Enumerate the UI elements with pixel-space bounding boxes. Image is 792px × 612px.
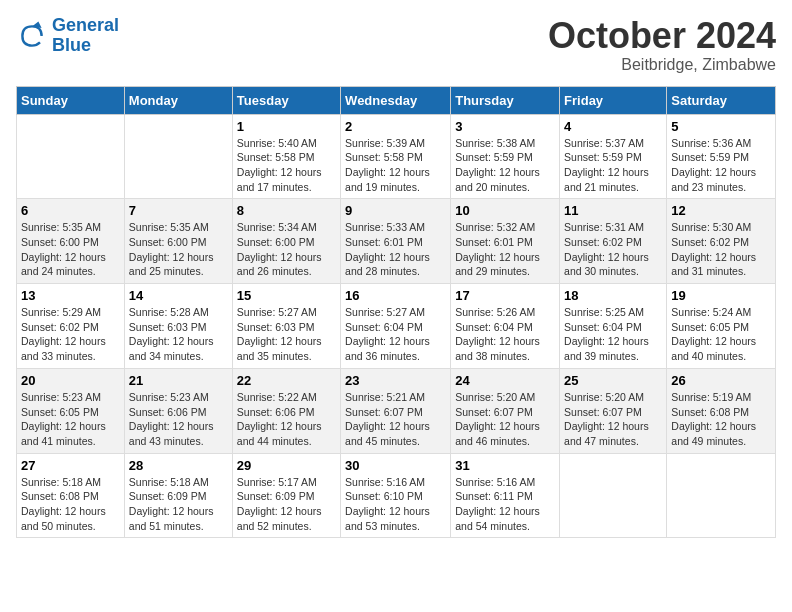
- day-number: 22: [237, 373, 336, 388]
- calendar-week-row: 27Sunrise: 5:18 AMSunset: 6:08 PMDayligh…: [17, 453, 776, 538]
- table-row: 31Sunrise: 5:16 AMSunset: 6:11 PMDayligh…: [451, 453, 560, 538]
- day-number: 16: [345, 288, 446, 303]
- table-row: 3Sunrise: 5:38 AMSunset: 5:59 PMDaylight…: [451, 114, 560, 199]
- col-tuesday: Tuesday: [232, 86, 340, 114]
- day-info: Sunrise: 5:23 AMSunset: 6:06 PMDaylight:…: [129, 390, 228, 449]
- day-info: Sunrise: 5:35 AMSunset: 6:00 PMDaylight:…: [129, 220, 228, 279]
- day-number: 24: [455, 373, 555, 388]
- day-number: 15: [237, 288, 336, 303]
- day-info: Sunrise: 5:26 AMSunset: 6:04 PMDaylight:…: [455, 305, 555, 364]
- table-row: 15Sunrise: 5:27 AMSunset: 6:03 PMDayligh…: [232, 284, 340, 369]
- day-info: Sunrise: 5:20 AMSunset: 6:07 PMDaylight:…: [455, 390, 555, 449]
- calendar-week-row: 6Sunrise: 5:35 AMSunset: 6:00 PMDaylight…: [17, 199, 776, 284]
- table-row: [124, 114, 232, 199]
- day-number: 12: [671, 203, 771, 218]
- table-row: [17, 114, 125, 199]
- table-row: 16Sunrise: 5:27 AMSunset: 6:04 PMDayligh…: [341, 284, 451, 369]
- day-number: 9: [345, 203, 446, 218]
- logo-icon: [16, 20, 48, 52]
- page-header: General Blue October 2024 Beitbridge, Zi…: [16, 16, 776, 74]
- col-sunday: Sunday: [17, 86, 125, 114]
- calendar-week-row: 20Sunrise: 5:23 AMSunset: 6:05 PMDayligh…: [17, 368, 776, 453]
- day-info: Sunrise: 5:27 AMSunset: 6:04 PMDaylight:…: [345, 305, 446, 364]
- day-info: Sunrise: 5:21 AMSunset: 6:07 PMDaylight:…: [345, 390, 446, 449]
- table-row: 28Sunrise: 5:18 AMSunset: 6:09 PMDayligh…: [124, 453, 232, 538]
- day-number: 2: [345, 119, 446, 134]
- day-number: 28: [129, 458, 228, 473]
- table-row: 17Sunrise: 5:26 AMSunset: 6:04 PMDayligh…: [451, 284, 560, 369]
- table-row: 10Sunrise: 5:32 AMSunset: 6:01 PMDayligh…: [451, 199, 560, 284]
- calendar-week-row: 13Sunrise: 5:29 AMSunset: 6:02 PMDayligh…: [17, 284, 776, 369]
- day-info: Sunrise: 5:25 AMSunset: 6:04 PMDaylight:…: [564, 305, 662, 364]
- table-row: 22Sunrise: 5:22 AMSunset: 6:06 PMDayligh…: [232, 368, 340, 453]
- table-row: 5Sunrise: 5:36 AMSunset: 5:59 PMDaylight…: [667, 114, 776, 199]
- table-row: 11Sunrise: 5:31 AMSunset: 6:02 PMDayligh…: [560, 199, 667, 284]
- table-row: 4Sunrise: 5:37 AMSunset: 5:59 PMDaylight…: [560, 114, 667, 199]
- table-row: 21Sunrise: 5:23 AMSunset: 6:06 PMDayligh…: [124, 368, 232, 453]
- day-info: Sunrise: 5:39 AMSunset: 5:58 PMDaylight:…: [345, 136, 446, 195]
- day-info: Sunrise: 5:22 AMSunset: 6:06 PMDaylight:…: [237, 390, 336, 449]
- col-wednesday: Wednesday: [341, 86, 451, 114]
- table-row: [667, 453, 776, 538]
- day-info: Sunrise: 5:28 AMSunset: 6:03 PMDaylight:…: [129, 305, 228, 364]
- table-row: 9Sunrise: 5:33 AMSunset: 6:01 PMDaylight…: [341, 199, 451, 284]
- table-row: 29Sunrise: 5:17 AMSunset: 6:09 PMDayligh…: [232, 453, 340, 538]
- day-info: Sunrise: 5:20 AMSunset: 6:07 PMDaylight:…: [564, 390, 662, 449]
- day-info: Sunrise: 5:29 AMSunset: 6:02 PMDaylight:…: [21, 305, 120, 364]
- day-number: 19: [671, 288, 771, 303]
- table-row: 25Sunrise: 5:20 AMSunset: 6:07 PMDayligh…: [560, 368, 667, 453]
- location: Beitbridge, Zimbabwe: [548, 56, 776, 74]
- logo-text: General Blue: [52, 16, 119, 56]
- calendar-week-row: 1Sunrise: 5:40 AMSunset: 5:58 PMDaylight…: [17, 114, 776, 199]
- col-thursday: Thursday: [451, 86, 560, 114]
- day-info: Sunrise: 5:23 AMSunset: 6:05 PMDaylight:…: [21, 390, 120, 449]
- table-row: 12Sunrise: 5:30 AMSunset: 6:02 PMDayligh…: [667, 199, 776, 284]
- day-number: 8: [237, 203, 336, 218]
- day-number: 26: [671, 373, 771, 388]
- day-number: 27: [21, 458, 120, 473]
- table-row: [560, 453, 667, 538]
- day-number: 6: [21, 203, 120, 218]
- day-number: 31: [455, 458, 555, 473]
- day-info: Sunrise: 5:38 AMSunset: 5:59 PMDaylight:…: [455, 136, 555, 195]
- table-row: 20Sunrise: 5:23 AMSunset: 6:05 PMDayligh…: [17, 368, 125, 453]
- day-info: Sunrise: 5:18 AMSunset: 6:09 PMDaylight:…: [129, 475, 228, 534]
- day-info: Sunrise: 5:31 AMSunset: 6:02 PMDaylight:…: [564, 220, 662, 279]
- day-number: 3: [455, 119, 555, 134]
- day-info: Sunrise: 5:17 AMSunset: 6:09 PMDaylight:…: [237, 475, 336, 534]
- table-row: 24Sunrise: 5:20 AMSunset: 6:07 PMDayligh…: [451, 368, 560, 453]
- day-info: Sunrise: 5:40 AMSunset: 5:58 PMDaylight:…: [237, 136, 336, 195]
- day-info: Sunrise: 5:36 AMSunset: 5:59 PMDaylight:…: [671, 136, 771, 195]
- month-title: October 2024: [548, 16, 776, 56]
- calendar-table: Sunday Monday Tuesday Wednesday Thursday…: [16, 86, 776, 539]
- day-info: Sunrise: 5:34 AMSunset: 6:00 PMDaylight:…: [237, 220, 336, 279]
- day-number: 21: [129, 373, 228, 388]
- col-friday: Friday: [560, 86, 667, 114]
- day-number: 23: [345, 373, 446, 388]
- day-number: 5: [671, 119, 771, 134]
- day-number: 14: [129, 288, 228, 303]
- table-row: 23Sunrise: 5:21 AMSunset: 6:07 PMDayligh…: [341, 368, 451, 453]
- day-number: 13: [21, 288, 120, 303]
- table-row: 14Sunrise: 5:28 AMSunset: 6:03 PMDayligh…: [124, 284, 232, 369]
- day-number: 1: [237, 119, 336, 134]
- col-monday: Monday: [124, 86, 232, 114]
- table-row: 8Sunrise: 5:34 AMSunset: 6:00 PMDaylight…: [232, 199, 340, 284]
- table-row: 27Sunrise: 5:18 AMSunset: 6:08 PMDayligh…: [17, 453, 125, 538]
- calendar-header-row: Sunday Monday Tuesday Wednesday Thursday…: [17, 86, 776, 114]
- table-row: 19Sunrise: 5:24 AMSunset: 6:05 PMDayligh…: [667, 284, 776, 369]
- day-number: 30: [345, 458, 446, 473]
- table-row: 1Sunrise: 5:40 AMSunset: 5:58 PMDaylight…: [232, 114, 340, 199]
- day-info: Sunrise: 5:16 AMSunset: 6:10 PMDaylight:…: [345, 475, 446, 534]
- table-row: 2Sunrise: 5:39 AMSunset: 5:58 PMDaylight…: [341, 114, 451, 199]
- table-row: 30Sunrise: 5:16 AMSunset: 6:10 PMDayligh…: [341, 453, 451, 538]
- table-row: 18Sunrise: 5:25 AMSunset: 6:04 PMDayligh…: [560, 284, 667, 369]
- table-row: 7Sunrise: 5:35 AMSunset: 6:00 PMDaylight…: [124, 199, 232, 284]
- day-number: 10: [455, 203, 555, 218]
- day-info: Sunrise: 5:30 AMSunset: 6:02 PMDaylight:…: [671, 220, 771, 279]
- logo: General Blue: [16, 16, 119, 56]
- table-row: 6Sunrise: 5:35 AMSunset: 6:00 PMDaylight…: [17, 199, 125, 284]
- day-info: Sunrise: 5:32 AMSunset: 6:01 PMDaylight:…: [455, 220, 555, 279]
- title-block: October 2024 Beitbridge, Zimbabwe: [548, 16, 776, 74]
- day-info: Sunrise: 5:33 AMSunset: 6:01 PMDaylight:…: [345, 220, 446, 279]
